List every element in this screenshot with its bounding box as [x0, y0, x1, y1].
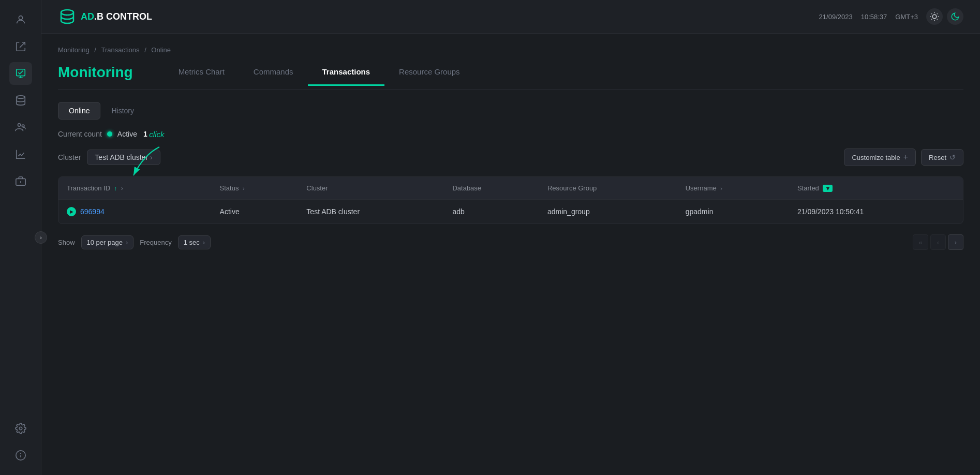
reset-button[interactable]: Reset ↺ — [921, 149, 963, 166]
cluster-left: Cluster Test ADB cluster › click — [58, 150, 160, 165]
page-prev-button[interactable]: ‹ — [930, 234, 946, 250]
logo-text-ad: AD — [81, 11, 94, 22]
sidebar-item-export[interactable] — [9, 35, 32, 58]
breadcrumb-online[interactable]: Online — [151, 46, 171, 54]
sidebar-item-info[interactable] — [9, 444, 32, 467]
tab-metrics-chart[interactable]: Metrics Chart — [164, 67, 239, 86]
active-count: 1 — [143, 130, 147, 138]
main-content: AD.B CONTROL 21/09/2023 10:58:37 GMT+3 — [41, 0, 980, 475]
breadcrumb-monitoring[interactable]: Monitoring — [58, 46, 90, 54]
page-content: Monitoring / Transactions / Online Monit… — [41, 34, 980, 475]
cluster-right: Customize table + Reset ↺ — [844, 149, 963, 166]
svg-point-11 — [61, 10, 73, 15]
sub-tabs-container: Online History — [58, 102, 963, 120]
transaction-id-link[interactable]: 696994 — [80, 207, 105, 216]
cluster-select-value: Test ADB cluster — [95, 153, 148, 161]
svg-line-16 — [937, 19, 938, 20]
col-filter-chevron-status: › — [243, 185, 245, 191]
breadcrumb-transactions[interactable]: Transactions — [101, 46, 140, 54]
cluster-label: Cluster — [58, 153, 81, 161]
tab-commands[interactable]: Commands — [239, 67, 308, 86]
customize-table-label: Customize table — [852, 154, 900, 161]
reset-label: Reset — [929, 154, 946, 161]
cell-resource-group: admin_group — [539, 200, 677, 224]
table-row: ▶ 696994 Active Test ADB cluster adb adm… — [58, 200, 963, 224]
frequency-select[interactable]: 1 sec › — [178, 235, 211, 249]
svg-point-2 — [16, 96, 25, 99]
customize-table-button[interactable]: Customize table + — [844, 149, 916, 166]
table-footer: Show 10 per page › Frequency 1 sec › « ‹… — [58, 234, 963, 250]
cell-status: Active — [212, 200, 299, 224]
svg-line-19 — [931, 19, 932, 20]
sidebar-item-briefcase[interactable] — [9, 170, 32, 192]
cell-cluster: Test ADB cluster — [298, 200, 444, 224]
svg-point-0 — [19, 16, 22, 20]
per-page-chevron: › — [126, 239, 128, 246]
tab-resource-groups[interactable]: Resource Groups — [384, 67, 474, 86]
logo-text-b: .B — [94, 11, 103, 22]
col-header-resource-group[interactable]: Resource Group — [539, 177, 677, 200]
page-header: Monitoring Metrics Chart Commands Transa… — [58, 64, 963, 90]
cell-transaction-id: ▶ 696994 — [58, 200, 212, 224]
sidebar-item-user[interactable] — [9, 8, 32, 31]
svg-point-4 — [22, 125, 24, 127]
col-header-status[interactable]: Status › — [212, 177, 299, 200]
header-time: 10:58:37 — [861, 13, 887, 21]
transactions-table: Transaction ID ↑ › Status › Cluster Data… — [58, 176, 963, 224]
sub-tab-online[interactable]: Online — [58, 102, 100, 120]
table-header-row: Transaction ID ↑ › Status › Cluster Data… — [58, 177, 963, 200]
footer-left: Show 10 per page › Frequency 1 sec › — [58, 235, 211, 249]
customize-table-plus-icon: + — [903, 153, 908, 162]
svg-point-12 — [932, 14, 937, 19]
cluster-row: Cluster Test ADB cluster › click — [58, 149, 963, 166]
svg-point-7 — [19, 427, 22, 430]
app-header: AD.B CONTROL 21/09/2023 10:58:37 GMT+3 — [41, 0, 980, 34]
app-logo: AD.B CONTROL — [58, 7, 152, 26]
frequency-chevron: › — [203, 239, 205, 246]
page-first-button[interactable]: « — [913, 234, 928, 250]
filter-icon-started: ▼ — [823, 185, 833, 192]
header-date: 21/09/2023 — [819, 13, 853, 21]
header-datetime: 21/09/2023 10:58:37 GMT+3 — [819, 8, 963, 25]
col-header-cluster[interactable]: Cluster — [298, 177, 444, 200]
cluster-select[interactable]: Test ADB cluster › — [87, 150, 160, 165]
frequency-label: Frequency — [140, 239, 171, 246]
current-count-label: Current count — [58, 130, 102, 138]
pagination: « ‹ › — [913, 234, 963, 250]
svg-point-3 — [18, 124, 21, 127]
page-next-button[interactable]: › — [948, 234, 963, 250]
col-filter-chevron-username: › — [720, 185, 722, 191]
cluster-select-wrapper: Test ADB cluster › click — [87, 150, 160, 165]
col-header-transaction-id[interactable]: Transaction ID ↑ › — [58, 177, 212, 200]
svg-line-15 — [931, 13, 932, 14]
breadcrumb: Monitoring / Transactions / Online — [58, 46, 963, 54]
sub-tab-history[interactable]: History — [100, 102, 145, 120]
cluster-select-chevron: › — [150, 153, 153, 161]
sidebar: › — [0, 0, 41, 475]
sidebar-item-database[interactable] — [9, 89, 32, 112]
sidebar-toggle[interactable]: › — [35, 231, 47, 244]
sidebar-item-settings[interactable] — [9, 417, 32, 440]
sidebar-item-analytics[interactable] — [9, 143, 32, 166]
sidebar-item-users[interactable] — [9, 116, 32, 139]
tab-transactions[interactable]: Transactions — [308, 67, 385, 86]
active-label: Active — [117, 130, 137, 138]
col-header-started[interactable]: Started ▼ — [789, 177, 963, 200]
sidebar-item-monitoring[interactable] — [9, 62, 32, 85]
sort-icon-transaction-id: ↑ — [114, 185, 117, 191]
show-label: Show — [58, 239, 75, 246]
cell-database: adb — [444, 200, 539, 224]
col-header-database[interactable]: Database — [444, 177, 539, 200]
page-title: Monitoring — [58, 64, 133, 89]
per-page-select[interactable]: 10 per page › — [81, 235, 134, 249]
reset-icon: ↺ — [949, 153, 956, 161]
svg-line-20 — [937, 13, 938, 14]
col-filter-chevron-txid: › — [121, 184, 123, 192]
per-page-value: 10 per page — [87, 239, 123, 246]
tabs-container: Metrics Chart Commands Transactions Reso… — [164, 67, 963, 86]
theme-light-icon[interactable] — [926, 8, 943, 25]
theme-dark-icon[interactable] — [947, 8, 963, 25]
col-header-username[interactable]: Username › — [677, 177, 789, 200]
cell-started: 21/09/2023 10:50:41 — [789, 200, 963, 224]
row-play-icon[interactable]: ▶ — [67, 207, 76, 216]
